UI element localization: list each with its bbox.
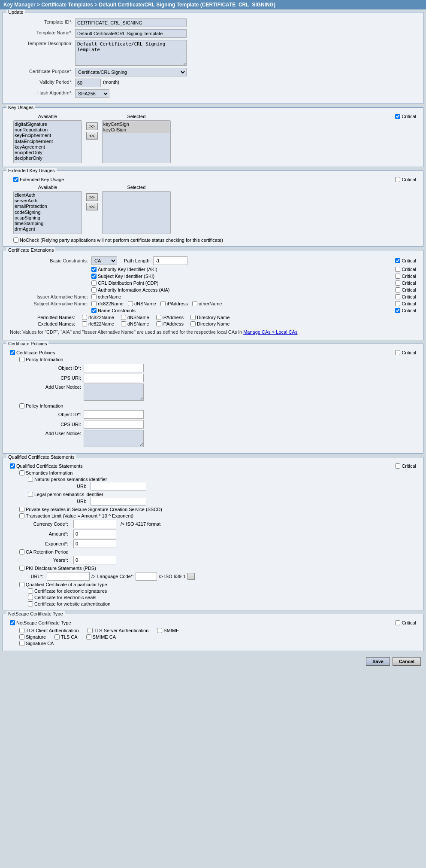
amount-label: Amount*: bbox=[28, 531, 71, 536]
tls-ca-checkbox[interactable] bbox=[54, 634, 60, 640]
pi2-notice-textarea[interactable] bbox=[84, 430, 144, 447]
cancel-button[interactable]: Cancel bbox=[393, 657, 421, 666]
selected-listbox[interactable]: keyCertSign keyCrlSign bbox=[102, 120, 171, 163]
tls-client-checkbox[interactable] bbox=[19, 628, 24, 633]
natural-person-checkbox[interactable] bbox=[28, 477, 33, 482]
key-usages-critical-checkbox[interactable] bbox=[395, 114, 400, 119]
aia-critical-checkbox[interactable] bbox=[395, 287, 400, 292]
path-length-input[interactable] bbox=[153, 256, 187, 265]
ca-retention-checkbox[interactable] bbox=[19, 549, 24, 554]
cert-purpose-select[interactable]: Certificate/CRL Signing bbox=[75, 68, 187, 76]
electronic-sig-checkbox[interactable] bbox=[28, 588, 33, 594]
excluded-dir-checkbox[interactable] bbox=[190, 321, 196, 326]
add-button[interactable]: >> bbox=[86, 122, 98, 130]
pi1-cpsuri-input[interactable] bbox=[84, 374, 144, 382]
san-critical-checkbox[interactable] bbox=[395, 301, 400, 306]
template-desc-textarea[interactable]: Default Certificate/CRL Signing Template bbox=[75, 40, 187, 66]
san-rfc822-checkbox[interactable] bbox=[91, 301, 97, 306]
currency-input[interactable] bbox=[73, 520, 116, 528]
signature-ca-checkbox[interactable] bbox=[19, 641, 24, 646]
transaction-checkbox[interactable] bbox=[19, 513, 24, 518]
eku-remove-button[interactable]: << bbox=[86, 203, 98, 210]
smime-checkbox[interactable] bbox=[157, 628, 162, 633]
nocheck-checkbox[interactable] bbox=[13, 238, 18, 243]
legal-person-checkbox[interactable] bbox=[28, 492, 33, 497]
legal-uri-input[interactable] bbox=[91, 497, 146, 506]
eku-checkbox-label: Extended Key Usage bbox=[13, 177, 64, 182]
aki-critical-checkbox[interactable] bbox=[395, 267, 400, 272]
nct-critical-checkbox[interactable] bbox=[395, 620, 400, 625]
exponent-input[interactable] bbox=[73, 539, 116, 548]
language-input[interactable] bbox=[136, 572, 157, 581]
amount-input[interactable] bbox=[73, 530, 116, 538]
aki-checkbox[interactable] bbox=[91, 267, 97, 272]
nct-checkbox[interactable] bbox=[10, 620, 15, 625]
eku-selected-listbox[interactable] bbox=[102, 191, 171, 234]
eku-checkbox[interactable] bbox=[13, 177, 18, 182]
years-input[interactable] bbox=[73, 556, 116, 564]
tls-server-checkbox[interactable] bbox=[88, 628, 93, 633]
nc-critical-checkbox[interactable] bbox=[395, 308, 400, 313]
eku-add-button[interactable]: >> bbox=[86, 193, 98, 201]
website-auth-label: Certificate for website authentication bbox=[34, 601, 110, 606]
permitted-ip-checkbox[interactable] bbox=[156, 315, 161, 320]
language-label: Language Code*: bbox=[97, 574, 134, 579]
pds-checkbox[interactable] bbox=[19, 566, 24, 571]
nc-checkbox[interactable] bbox=[91, 308, 97, 313]
save-button[interactable]: Save bbox=[366, 657, 390, 666]
electronic-seal-checkbox[interactable] bbox=[28, 595, 33, 600]
eku-available-listbox[interactable]: clientAuth serverAuth emailProtection co… bbox=[13, 191, 82, 234]
smime-ca-label: SMIME CA bbox=[93, 634, 116, 640]
bc-select[interactable]: CA End Entity bbox=[91, 256, 117, 265]
pi1-objectid-input[interactable] bbox=[84, 364, 144, 372]
template-id-input[interactable] bbox=[75, 18, 187, 27]
hash-select[interactable]: SHA256 bbox=[75, 89, 109, 98]
issuer-othername-checkbox[interactable] bbox=[91, 294, 97, 299]
ski-critical-checkbox[interactable] bbox=[395, 274, 400, 279]
permitted-dir-checkbox[interactable] bbox=[190, 315, 196, 320]
website-auth-checkbox[interactable] bbox=[28, 601, 33, 606]
pi2-cpsuri-input[interactable] bbox=[84, 420, 144, 429]
qcs-checkbox[interactable] bbox=[10, 463, 15, 469]
cp-critical-checkbox[interactable] bbox=[395, 350, 400, 355]
san-ip-checkbox[interactable] bbox=[160, 301, 166, 306]
eku-critical-checkbox[interactable] bbox=[395, 177, 400, 182]
note-link[interactable]: Manage CAs > Local CAs bbox=[243, 329, 297, 335]
electronic-sig-label: Certificate for electronic signatures bbox=[34, 588, 107, 594]
validity-input[interactable] bbox=[75, 79, 101, 87]
cp-checkbox[interactable] bbox=[10, 350, 15, 355]
url-input[interactable] bbox=[47, 572, 90, 581]
cdp-critical-checkbox[interactable] bbox=[395, 280, 400, 286]
san-other-checkbox[interactable] bbox=[192, 301, 197, 306]
smime-ca-checkbox[interactable] bbox=[86, 634, 91, 640]
years-label: Years*: bbox=[28, 557, 71, 563]
pi2-objectid-input[interactable] bbox=[84, 410, 144, 419]
excluded-rfc822-checkbox[interactable] bbox=[82, 321, 87, 326]
permitted-dns-checkbox[interactable] bbox=[121, 315, 126, 320]
natural-uri-input[interactable] bbox=[91, 482, 146, 490]
cdp-checkbox[interactable] bbox=[91, 280, 97, 286]
netscape-legend: NetScape Certificate Type bbox=[6, 611, 65, 616]
qcs-critical-checkbox[interactable] bbox=[395, 463, 400, 469]
pi1-notice-textarea[interactable] bbox=[84, 384, 144, 401]
issuer-othername-label: otherName bbox=[98, 294, 121, 299]
pds-minus-button[interactable]: - bbox=[187, 573, 195, 580]
available-listbox[interactable]: digitalSignature nonRepudiation keyEncip… bbox=[13, 120, 82, 163]
ski-checkbox[interactable] bbox=[91, 274, 97, 279]
bc-critical-checkbox[interactable] bbox=[395, 258, 400, 263]
pi1-checkbox[interactable] bbox=[19, 357, 24, 362]
san-dns-checkbox[interactable] bbox=[128, 301, 133, 306]
template-name-input[interactable] bbox=[75, 29, 187, 38]
qualified-type-checkbox[interactable] bbox=[19, 582, 24, 587]
signature-checkbox[interactable] bbox=[19, 634, 24, 640]
excluded-ip-checkbox[interactable] bbox=[156, 321, 161, 326]
sscd-checkbox[interactable] bbox=[19, 507, 24, 512]
permitted-rfc822-checkbox[interactable] bbox=[82, 315, 87, 320]
validity-label: Validity Period*: bbox=[6, 79, 75, 85]
issuer-alt-critical-checkbox[interactable] bbox=[395, 294, 400, 299]
excluded-dns-checkbox[interactable] bbox=[121, 321, 126, 326]
aia-checkbox[interactable] bbox=[91, 287, 97, 292]
semantics-checkbox[interactable] bbox=[19, 470, 24, 475]
pi2-checkbox[interactable] bbox=[19, 403, 24, 408]
remove-button[interactable]: << bbox=[86, 132, 98, 140]
